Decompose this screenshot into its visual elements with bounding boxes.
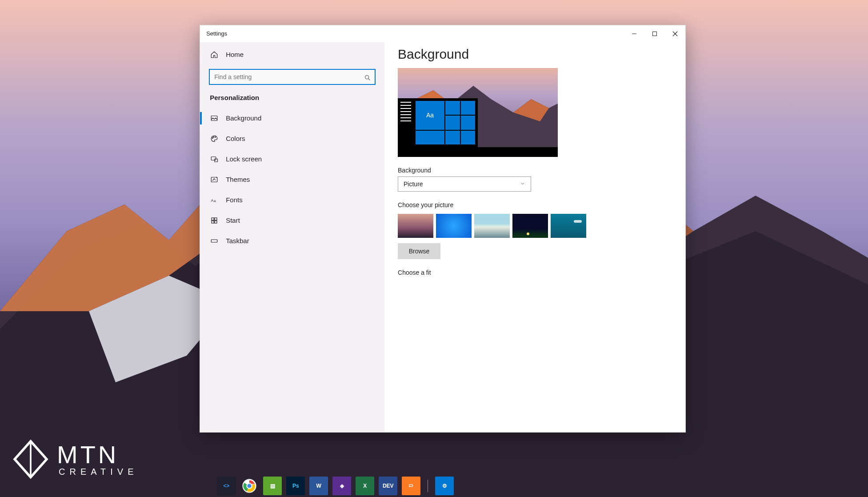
background-dropdown[interactable]: Picture (398, 176, 531, 192)
sidebar-home[interactable]: Home (200, 45, 384, 64)
svg-rect-12 (211, 177, 217, 182)
sidebar-item-colors[interactable]: Colors (200, 129, 384, 148)
vscode-icon[interactable]: <> (217, 477, 236, 495)
svg-rect-17 (212, 221, 214, 223)
sidebar-item-lock-screen[interactable]: Lock screen (200, 149, 384, 169)
xampp-icon[interactable]: ಐ (402, 477, 420, 495)
sidebar-item-label: Background (226, 114, 261, 122)
choose-fit-label: Choose a fit (398, 269, 672, 276)
picture-thumb-4[interactable] (512, 214, 548, 238)
sidebar-item-label: Themes (226, 176, 250, 183)
sidebar-item-taskbar[interactable]: Taskbar (200, 231, 384, 251)
photoshop-icon[interactable]: Ps (286, 477, 305, 495)
palette-icon (210, 134, 219, 143)
sidebar-item-fonts[interactable]: AA Fonts (200, 190, 384, 210)
choose-picture-label: Choose your picture (398, 201, 672, 208)
picture-thumb-1[interactable] (398, 214, 433, 238)
settings-window: Settings Home Pe (200, 25, 686, 433)
sidebar-item-themes[interactable]: Themes (200, 170, 384, 189)
background-preview: Aa (398, 68, 558, 157)
sidebar-item-start[interactable]: Start (200, 211, 384, 230)
preview-taskbar (398, 147, 558, 157)
close-button[interactable] (665, 25, 685, 42)
taskbar-icon (210, 236, 219, 245)
background-dropdown-value: Picture (404, 180, 423, 188)
home-icon (210, 50, 219, 59)
svg-rect-18 (215, 221, 217, 223)
picture-thumb-3[interactable] (474, 214, 510, 238)
svg-point-7 (212, 137, 213, 138)
sidebar-item-label: Colors (226, 135, 245, 142)
svg-text:A: A (211, 198, 214, 203)
chevron-down-icon (520, 180, 525, 188)
svg-text:A: A (214, 199, 216, 202)
sidebar-item-label: Lock screen (226, 155, 262, 163)
sidebar-home-label: Home (226, 51, 244, 58)
devcpp-icon[interactable]: DEV (379, 477, 397, 495)
start-icon (210, 216, 219, 225)
titlebar[interactable]: Settings (200, 25, 685, 42)
maximize-button[interactable] (644, 25, 665, 42)
svg-rect-19 (211, 240, 217, 242)
picture-thumb-2[interactable] (436, 214, 472, 238)
search-input[interactable] (209, 69, 376, 85)
svg-rect-10 (211, 157, 216, 160)
lock-screen-icon (210, 155, 219, 164)
search-icon (364, 74, 371, 81)
themes-icon (210, 175, 219, 184)
corel-icon[interactable]: ▧ (263, 477, 282, 495)
visualstudio-icon[interactable]: ◈ (332, 477, 351, 495)
page-heading: Background (398, 47, 672, 62)
excel-icon[interactable]: X (356, 477, 374, 495)
svg-point-4 (365, 76, 369, 79)
settings-gear-icon[interactable]: ⚙ (435, 477, 454, 495)
watermark-logo: MTN CREATIVE (11, 439, 138, 479)
watermark-big: MTN (57, 442, 138, 467)
svg-rect-16 (215, 218, 217, 220)
preview-start-menu: Aa (398, 98, 478, 147)
chrome-icon[interactable] (240, 477, 259, 495)
picture-thumbnails (398, 214, 672, 238)
sidebar-item-label: Fonts (226, 196, 243, 204)
picture-thumb-5[interactable] (551, 214, 586, 238)
svg-point-9 (215, 136, 216, 137)
background-dropdown-label: Background (398, 167, 672, 174)
sidebar: Home Personalization Background Colo (200, 42, 384, 432)
taskbar[interactable]: <>▧PsW◈XDEVಐ⚙ (0, 475, 868, 497)
svg-rect-6 (211, 116, 217, 121)
browse-button[interactable]: Browse (398, 243, 440, 259)
svg-point-8 (213, 136, 214, 137)
sidebar-item-background[interactable]: Background (200, 108, 384, 128)
word-icon[interactable]: W (309, 477, 328, 495)
image-icon (210, 114, 219, 123)
sidebar-item-label: Start (226, 216, 240, 224)
taskbar-separator (428, 480, 428, 492)
minimize-button[interactable] (624, 25, 644, 42)
sidebar-section-label: Personalization (200, 91, 384, 108)
svg-line-5 (368, 79, 370, 80)
fonts-icon: AA (210, 196, 219, 204)
svg-rect-1 (652, 32, 656, 36)
preview-accent-tile: Aa (416, 101, 444, 130)
sidebar-item-label: Taskbar (226, 237, 249, 244)
content-pane: Background Aa (384, 42, 685, 432)
window-title: Settings (200, 30, 384, 37)
svg-rect-15 (212, 218, 214, 220)
